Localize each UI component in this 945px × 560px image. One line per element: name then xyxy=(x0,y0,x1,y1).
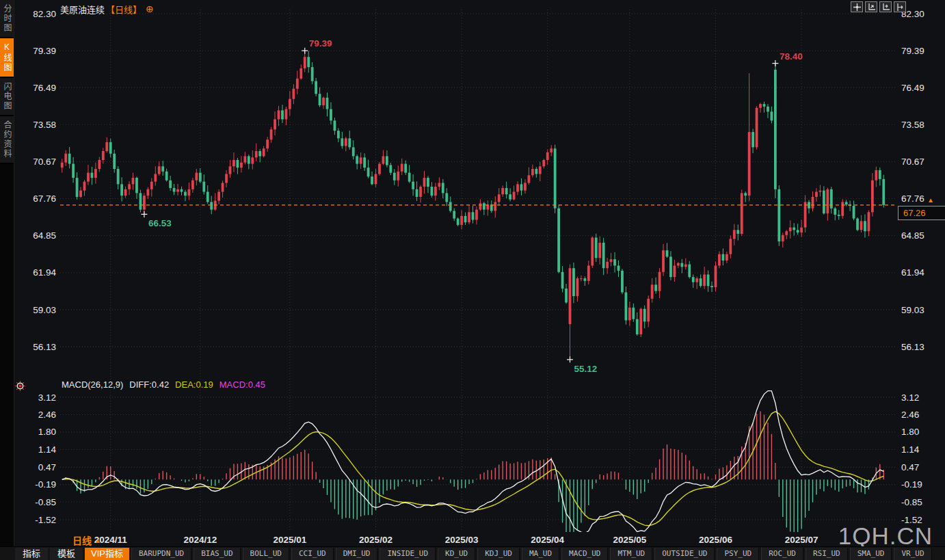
sidebar-tab-label: 合约资料 xyxy=(2,120,12,159)
axis-label: -0.19 xyxy=(35,479,56,490)
date-axis-label: 2025/07 xyxy=(785,535,818,545)
price-marker-label: 78.40 xyxy=(780,51,803,62)
indicator-button-kd_ud[interactable]: KD_UD xyxy=(438,548,475,560)
axis-label: 1.80 xyxy=(901,427,919,437)
date-axis-label: 2025/04 xyxy=(531,535,564,545)
period-bracket-label: 【日线】 xyxy=(106,3,142,16)
axis-label: 79.39 xyxy=(33,46,56,56)
indicator-button-指标[interactable]: 指标 xyxy=(15,548,48,560)
axis-label: 1.14 xyxy=(38,444,57,455)
date-axis-label: 2025/06 xyxy=(699,535,732,545)
axis-label: -1.52 xyxy=(35,515,56,525)
chart-type-sidebar: 分时图 K线图 闪电图 合约资料 xyxy=(0,0,14,560)
period-selector[interactable]: 日线 ▲ xyxy=(72,533,101,547)
date-axis-label: 2025/02 xyxy=(359,535,392,545)
circle-plus-icon[interactable]: ⊕ xyxy=(146,5,154,14)
indicator-button-roc_ud[interactable]: ROC_UD xyxy=(761,548,803,560)
indicator-button-vip指标[interactable]: VIP指标 xyxy=(85,548,129,560)
axis-label: 76.49 xyxy=(33,83,56,93)
indicator-button-dmi_ud[interactable]: DMI_UD xyxy=(336,548,378,560)
period-selector-label: 日线 xyxy=(72,533,92,547)
axis-label: 1.14 xyxy=(901,444,920,455)
axis-label: 76.49 xyxy=(901,83,924,93)
indicator-button-boll_ud[interactable]: BOLL_UD xyxy=(243,548,289,560)
indicator-button-vr_ud[interactable]: VR_UD xyxy=(894,548,931,560)
axis-label: -0.85 xyxy=(35,497,56,507)
axis-label: 61.94 xyxy=(33,267,56,278)
current-price-tag: 67.26 xyxy=(898,206,945,220)
axis-label: 67.76 xyxy=(901,194,924,204)
axis-label: 67.76 xyxy=(33,194,56,204)
date-axis-label: 2025/03 xyxy=(445,535,479,545)
axis-label: 56.13 xyxy=(33,342,56,352)
axis-label: 1.80 xyxy=(38,427,56,437)
watermark: 1QH.CN xyxy=(838,522,933,550)
kline-window: 82.3082.3079.3979.3976.4976.4973.5873.58… xyxy=(0,0,945,560)
axis-label: 70.67 xyxy=(33,157,56,167)
indicator-button-mtm_ud[interactable]: MTM_UD xyxy=(610,548,652,560)
indicator-button-psy_ud[interactable]: PSY_UD xyxy=(717,548,759,560)
sidebar-tab-label: 闪电图 xyxy=(2,82,12,111)
crosshair-icon[interactable] xyxy=(851,1,863,12)
macd-macd-value: MACD:0.45 xyxy=(219,379,265,390)
macd-header: MACD(26,12,9) DIFF:0.42 DEA:0.19 MACD:0.… xyxy=(62,379,265,390)
axis-label: 61.94 xyxy=(901,267,924,278)
indicator-button-bias_ud[interactable]: BIAS_UD xyxy=(194,548,240,560)
price-marker-label: 66.53 xyxy=(148,218,172,228)
axis-label: 73.58 xyxy=(33,120,56,130)
axis-label: -0.19 xyxy=(901,479,922,490)
axis-label: 79.39 xyxy=(901,46,924,56)
indicator-button-inside_ud[interactable]: INSIDE_UD xyxy=(380,548,436,560)
price-marker-label: 79.39 xyxy=(309,38,332,49)
chevron-up-icon: ▲ xyxy=(94,537,101,544)
kline-macd-chart[interactable]: 82.3082.3079.3979.3976.4976.4973.5873.58… xyxy=(0,0,945,560)
date-axis-label: 2025/01 xyxy=(273,535,306,545)
symbol-title: 美原油连续 xyxy=(60,3,105,16)
axis-label: 2.46 xyxy=(901,410,919,420)
axis-label: 2.46 xyxy=(38,410,56,420)
axis-label: 59.03 xyxy=(901,305,924,315)
date-axis-label: 2025/05 xyxy=(613,535,646,545)
indicator-toolbar: 指标模板VIP指标BARUPDN_UDBIAS_UDBOLL_UDCCI_UDD… xyxy=(0,546,945,560)
indicator-button-kdj_ud[interactable]: KDJ_UD xyxy=(477,548,520,560)
price-marker-label: 55.12 xyxy=(574,364,598,374)
axis-label: 0.47 xyxy=(38,462,56,472)
axis-label: 59.03 xyxy=(33,305,56,315)
alert-icon[interactable] xyxy=(14,380,26,395)
indicator-button-outside_ud[interactable]: OUTSIDE_UD xyxy=(654,548,715,560)
axis-label: 82.30 xyxy=(33,9,56,19)
sidebar-tab-1[interactable]: 分时图 xyxy=(0,0,14,38)
macd-formula-label: MACD(26,12,9) xyxy=(62,379,123,390)
axis-pan-left-icon[interactable] xyxy=(879,1,892,12)
sidebar-tab-3[interactable]: 闪电图 xyxy=(0,78,14,116)
date-axis-label: 2024/12 xyxy=(183,535,217,545)
indicator-button-macd_ud[interactable]: MACD_UD xyxy=(561,548,608,560)
indicator-button-rsi_ud[interactable]: RSI_UD xyxy=(806,548,848,560)
axis-label: 0.47 xyxy=(901,462,919,472)
indicator-button-cci_ud[interactable]: CCI_UD xyxy=(291,548,334,560)
axis-label: 64.85 xyxy=(33,230,56,241)
axis-label: 70.67 xyxy=(901,157,924,167)
axis-label: -0.85 xyxy=(901,497,922,507)
sidebar-tab-label: 分时图 xyxy=(2,4,12,33)
axis-label: 64.85 xyxy=(901,230,924,241)
indicator-button-barupdn_ud[interactable]: BARUPDN_UD xyxy=(131,548,191,560)
axis-label: 3.12 xyxy=(901,392,919,403)
macd-diff-value: DIFF:0.42 xyxy=(129,379,169,390)
axis-pan-right-icon[interactable] xyxy=(894,1,906,12)
sidebar-tab-label: K线图 xyxy=(2,42,12,72)
macd-dea-value: DEA:0.19 xyxy=(175,379,213,390)
axis-label: 73.58 xyxy=(901,120,924,130)
indicator-button-模板[interactable]: 模板 xyxy=(50,548,83,560)
axis-label: 56.13 xyxy=(901,342,924,352)
sidebar-tab-4[interactable]: 合约资料 xyxy=(0,116,14,164)
indicator-button-sma_ud[interactable]: SMA_UD xyxy=(850,548,892,560)
chart-title-bar: 美原油连续 【日线】 ⊕ xyxy=(60,3,154,16)
sidebar-tab-2[interactable]: K线图 xyxy=(0,38,14,78)
axis-zoom-icon[interactable] xyxy=(865,1,877,12)
chart-tool-icons xyxy=(851,1,906,12)
axis-label: 3.12 xyxy=(38,392,56,403)
price-up-arrow-icon: ▲ xyxy=(927,197,934,204)
indicator-button-ma_ud[interactable]: MA_UD xyxy=(522,548,559,560)
